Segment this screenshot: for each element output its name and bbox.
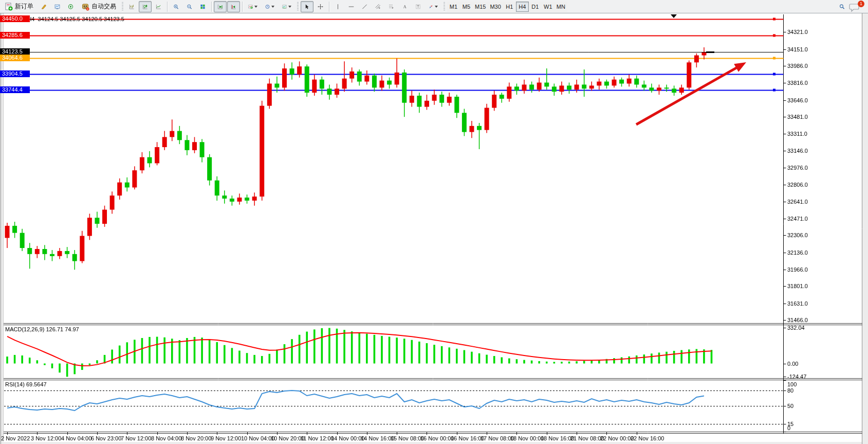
- timeframe-button-h1[interactable]: H1: [503, 2, 516, 12]
- timeframe-group: M1M5M15M30H1H4D1W1MN: [447, 2, 567, 12]
- candlestick-chart-type-button[interactable]: [139, 1, 152, 12]
- svg-text:T: T: [417, 5, 420, 8]
- timeframe-button-m5[interactable]: M5: [460, 2, 473, 12]
- highlighter-button[interactable]: [38, 1, 50, 12]
- timeframe-button-mn[interactable]: MN: [555, 2, 567, 12]
- toolbar-grip: [444, 2, 445, 11]
- indicators-button[interactable]: [245, 1, 261, 12]
- fibonacci-tool-button[interactable]: F: [385, 1, 398, 12]
- dropdown-caret-icon: [288, 6, 291, 8]
- auto-scroll-button[interactable]: [214, 1, 227, 12]
- dropdown-caret-icon: [435, 6, 438, 8]
- price-chart-canvas[interactable]: [0, 0, 868, 444]
- timeframe-button-m1[interactable]: M1: [447, 2, 460, 12]
- toolbar-separator: [211, 2, 212, 12]
- new-order-label: 新订单: [15, 2, 33, 11]
- crosshair-tool-button[interactable]: [314, 1, 327, 12]
- line-chart-type-button[interactable]: [152, 1, 165, 12]
- timeframe-button-d1[interactable]: D1: [529, 2, 542, 12]
- vertical-line-tool-button[interactable]: [331, 1, 344, 12]
- tile-windows-button[interactable]: [196, 1, 209, 12]
- search-button[interactable]: [836, 1, 848, 12]
- toolbar-grip: [297, 2, 299, 11]
- text-label-tool-button[interactable]: T: [412, 1, 424, 12]
- chart-profiles-button[interactable]: [51, 1, 64, 12]
- cursor-tool-button[interactable]: [301, 1, 313, 12]
- templates-button[interactable]: [279, 1, 295, 12]
- toolbar-grip: [122, 2, 123, 11]
- new-order-button[interactable]: 新订单: [1, 1, 37, 12]
- svg-text:F: F: [392, 7, 394, 9]
- autotrading-robot-icon: [81, 3, 89, 11]
- toolbar-separator: [329, 2, 329, 12]
- timeframe-button-w1[interactable]: W1: [542, 2, 555, 12]
- chart-shift-button[interactable]: [227, 1, 240, 12]
- periods-button[interactable]: [262, 1, 278, 12]
- svg-text:E: E: [379, 7, 380, 9]
- autotrading-button[interactable]: 自动交易: [78, 1, 120, 12]
- trendline-tool-button[interactable]: [358, 1, 371, 12]
- text-tool-button[interactable]: A: [398, 1, 411, 12]
- toolbar-separator: [167, 2, 168, 12]
- dropdown-caret-icon: [271, 6, 274, 8]
- mt4-window: { "toolbar": { "new_order_label": "新订单",…: [0, 0, 868, 444]
- equidistant-channel-tool-button[interactable]: E: [372, 1, 384, 12]
- bar-chart-type-button[interactable]: [125, 1, 138, 12]
- notifications-chat-button[interactable]: 1: [849, 1, 863, 12]
- chat-unread-badge: 1: [858, 1, 864, 7]
- dropdown-caret-icon: [254, 6, 257, 8]
- sound-signal-button[interactable]: [64, 1, 77, 12]
- timeframe-button-h4[interactable]: H4: [516, 2, 529, 12]
- toolbar-separator: [242, 2, 243, 12]
- zoom-out-button[interactable]: [183, 1, 196, 12]
- new-order-icon: [5, 3, 13, 11]
- arrows-tool-button[interactable]: [425, 1, 441, 12]
- timeframe-button-m30[interactable]: M30: [488, 2, 503, 12]
- toolbar: 新订单 自动交易: [0, 0, 868, 13]
- autotrading-label: 自动交易: [91, 2, 116, 11]
- horizontal-line-tool-button[interactable]: [345, 1, 358, 12]
- zoom-in-button[interactable]: [170, 1, 182, 12]
- timeframe-button-m15[interactable]: M15: [473, 2, 488, 12]
- svg-text:A: A: [403, 5, 407, 9]
